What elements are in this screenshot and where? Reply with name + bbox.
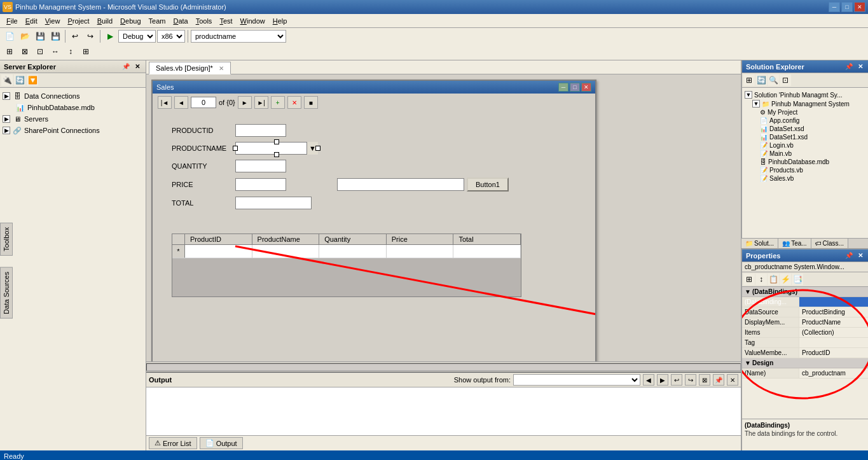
prop-events-btn[interactable]: ⚡: [780, 274, 791, 285]
sol-tb3[interactable]: 🔍: [768, 74, 779, 86]
se-filter-btn[interactable]: 🔽: [27, 74, 38, 86]
close-button[interactable]: ✕: [854, 2, 865, 12]
design-section-expand[interactable]: ▼: [745, 359, 751, 366]
undo-btn[interactable]: ↩: [68, 29, 82, 43]
sol-datasetxsd[interactable]: 📊 DataSet.xsd: [745, 125, 866, 133]
nav-position-input[interactable]: [191, 97, 216, 108]
cell-price[interactable]: [387, 245, 454, 258]
close-panel-btn[interactable]: ✕: [133, 62, 142, 71]
prop-sort2-btn[interactable]: ↕: [755, 274, 767, 285]
resize-bottom-handle[interactable]: [274, 152, 279, 157]
sol-dataset1xsd[interactable]: 📊 DataSet1.xsd: [745, 133, 866, 141]
nav-last-btn[interactable]: ►|: [254, 96, 268, 109]
tab-close-btn[interactable]: ✕: [219, 65, 224, 72]
horizontal-scrollbar[interactable]: [146, 361, 741, 372]
prop-pages-btn[interactable]: 📑: [792, 274, 803, 285]
toolbox-tab[interactable]: Toolbox: [0, 223, 13, 256]
output-btn1[interactable]: ◀: [643, 374, 654, 386]
sales-form[interactable]: Sales ─ □ ✕ |◄ ◄ of {0} ►: [151, 80, 596, 361]
menu-test[interactable]: Test: [216, 16, 236, 26]
sales-designer-tab[interactable]: Sales.vb [Design]* ✕: [149, 62, 231, 74]
resize-top-handle[interactable]: [274, 139, 279, 144]
sol-tb2[interactable]: 🔄: [755, 74, 767, 86]
prop-row-datasource[interactable]: DataSource ProductBinding: [742, 307, 868, 317]
nav-prev-btn[interactable]: ◄: [174, 96, 188, 109]
sol-salesvb[interactable]: 📝 Sales.vb: [745, 174, 866, 183]
price-input[interactable]: [235, 178, 286, 191]
prop-props-btn[interactable]: 📋: [768, 274, 779, 285]
sol-loginvb[interactable]: 📝 Login.vb: [745, 141, 866, 150]
close-output-btn[interactable]: ✕: [727, 374, 738, 386]
cell-productname[interactable]: [252, 245, 320, 258]
debug-mode-combo[interactable]: Debug: [118, 30, 156, 43]
platform-combo[interactable]: x86: [157, 30, 185, 43]
sol-pin-btn[interactable]: 📌: [843, 62, 855, 71]
team-tab[interactable]: 👥 Tea...: [778, 239, 811, 248]
new-project-btn[interactable]: 📄: [3, 29, 17, 43]
menu-window[interactable]: Window: [237, 16, 269, 26]
open-btn[interactable]: 📂: [18, 29, 32, 43]
menu-project[interactable]: Project: [64, 16, 93, 26]
expand-sharepoint[interactable]: ▶: [3, 127, 10, 134]
tree-item-pinhubdb[interactable]: 📊 PinhubDatabase.mdb: [3, 102, 143, 113]
tree-item-sharepoint[interactable]: ▶ 🔗 SharePoint Connections: [3, 125, 143, 136]
sol-solution-node[interactable]: ▼ Solution 'Pinhub Managmt Sy...: [745, 90, 866, 99]
pin-output-btn[interactable]: 📌: [713, 374, 724, 386]
prop-row-valuemem[interactable]: ValueMembe... ProductID: [742, 348, 868, 358]
proj-expand[interactable]: ▼: [752, 100, 760, 108]
prop-row-tag[interactable]: Tag: [742, 338, 868, 348]
nav-add-btn[interactable]: +: [271, 96, 285, 109]
se-refresh-btn[interactable]: 🔄: [14, 74, 25, 86]
form-max-btn[interactable]: □: [570, 83, 580, 92]
menu-file[interactable]: File: [3, 16, 22, 26]
cell-total[interactable]: [453, 245, 521, 258]
menu-help[interactable]: Help: [269, 16, 291, 26]
tb2-btn4[interactable]: ↔: [48, 45, 62, 59]
nav-next-btn[interactable]: ►: [238, 96, 252, 109]
button1[interactable]: Button1: [467, 178, 509, 192]
sol-pinhubdb[interactable]: 🗄 PinhubDatabase.mdb: [745, 158, 866, 166]
prop-close-btn[interactable]: ✕: [856, 251, 865, 260]
h-scroll-track[interactable]: [146, 363, 741, 371]
tb2-btn5[interactable]: ↕: [64, 45, 78, 59]
nav-delete-btn[interactable]: ✕: [287, 96, 301, 109]
productid-input[interactable]: [235, 124, 286, 137]
menu-tools[interactable]: Tools: [192, 16, 216, 26]
cell-productid[interactable]: [185, 245, 252, 258]
sol-close-btn[interactable]: ✕: [856, 62, 865, 71]
prop-pin-btn[interactable]: 📌: [843, 251, 855, 260]
sol-myproject[interactable]: ⚙ My Project: [745, 108, 866, 116]
menu-team[interactable]: Team: [145, 16, 170, 26]
menu-edit[interactable]: Edit: [22, 16, 41, 26]
sol-productsvb[interactable]: 📝 Products.vb: [745, 166, 866, 174]
solut-tab[interactable]: 📁 Solut...: [741, 239, 778, 248]
output-btn4[interactable]: ↪: [685, 374, 696, 386]
sol-mainvb[interactable]: 📝 Main.vb: [745, 150, 866, 158]
output-btn3[interactable]: ↩: [671, 374, 682, 386]
resize-right-handle[interactable]: [315, 146, 320, 151]
redo-btn[interactable]: ↪: [83, 29, 97, 43]
prop-row-displaymem[interactable]: DisplayMem... ProductName: [742, 317, 868, 328]
form-close-btn[interactable]: ✕: [581, 83, 591, 92]
run-btn[interactable]: ▶: [103, 29, 117, 43]
menu-data[interactable]: Data: [169, 16, 191, 26]
resize-left-handle[interactable]: [233, 146, 238, 151]
sol-project-node[interactable]: ▼ 📁 Pinhub Managment System: [745, 99, 866, 108]
sol-expand[interactable]: ▼: [745, 91, 752, 99]
save-all-btn[interactable]: 💾: [48, 29, 62, 43]
nav-save-btn[interactable]: ■: [304, 96, 318, 109]
tb2-btn1[interactable]: ⊞: [3, 45, 17, 59]
quantity-input[interactable]: [235, 160, 286, 172]
prop-row-name[interactable]: (Name) cb_productnam: [742, 368, 868, 379]
prop-row-databinding[interactable]: (DataBinding...: [742, 297, 868, 307]
menu-view[interactable]: View: [41, 16, 64, 26]
output-source-combo[interactable]: [513, 374, 640, 386]
menu-build[interactable]: Build: [93, 16, 116, 26]
output-btn2[interactable]: ▶: [657, 374, 668, 386]
cell-quantity[interactable]: [319, 245, 387, 258]
sol-tb1[interactable]: ⊞: [743, 74, 755, 86]
sol-tb4[interactable]: ⊡: [780, 74, 791, 86]
save-btn[interactable]: 💾: [33, 29, 47, 43]
tb2-btn6[interactable]: ⊞: [79, 45, 93, 59]
menu-debug[interactable]: Debug: [116, 16, 144, 26]
